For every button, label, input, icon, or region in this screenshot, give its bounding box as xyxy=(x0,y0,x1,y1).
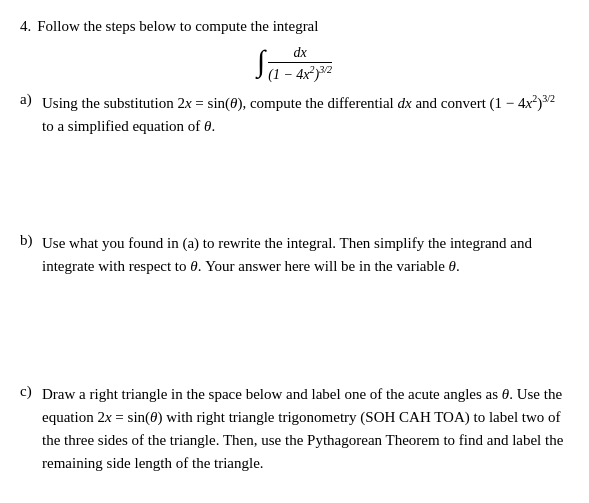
part-b: b) Use what you found in (a) to rewrite … xyxy=(20,232,569,369)
part-a-label: a) xyxy=(20,91,42,108)
part-c-content: c) Draw a right triangle in the space be… xyxy=(20,383,569,476)
integral-denominator: (1 − 4x2)3/2 xyxy=(268,64,332,83)
part-b-workspace xyxy=(20,279,569,369)
part-b-content: b) Use what you found in (a) to rewrite … xyxy=(20,232,569,279)
integral-sign: ∫ xyxy=(257,46,265,76)
integral-display: ∫ dx (1 − 4x2)3/2 xyxy=(20,45,569,83)
part-a-content: a) Using the substitution 2x = sin(θ), c… xyxy=(20,91,569,139)
problem-number: 4. xyxy=(20,18,31,35)
integral-fraction: dx (1 − 4x2)3/2 xyxy=(268,45,332,83)
integral-numerator: dx xyxy=(294,45,307,61)
part-c-text: Draw a right triangle in the space below… xyxy=(42,383,569,476)
part-a-text: Using the substitution 2x = sin(θ), comp… xyxy=(42,91,569,139)
part-c-label: c) xyxy=(20,383,42,400)
problem-header: 4. Follow the steps below to compute the… xyxy=(20,18,569,35)
part-a-workspace xyxy=(20,138,569,218)
problem-intro: Follow the steps below to compute the in… xyxy=(37,18,569,35)
integral-line xyxy=(268,62,332,63)
part-b-label: b) xyxy=(20,232,42,249)
part-c: c) Draw a right triangle in the space be… xyxy=(20,383,569,476)
part-b-text: Use what you found in (a) to rewrite the… xyxy=(42,232,569,279)
part-a: a) Using the substitution 2x = sin(θ), c… xyxy=(20,91,569,219)
